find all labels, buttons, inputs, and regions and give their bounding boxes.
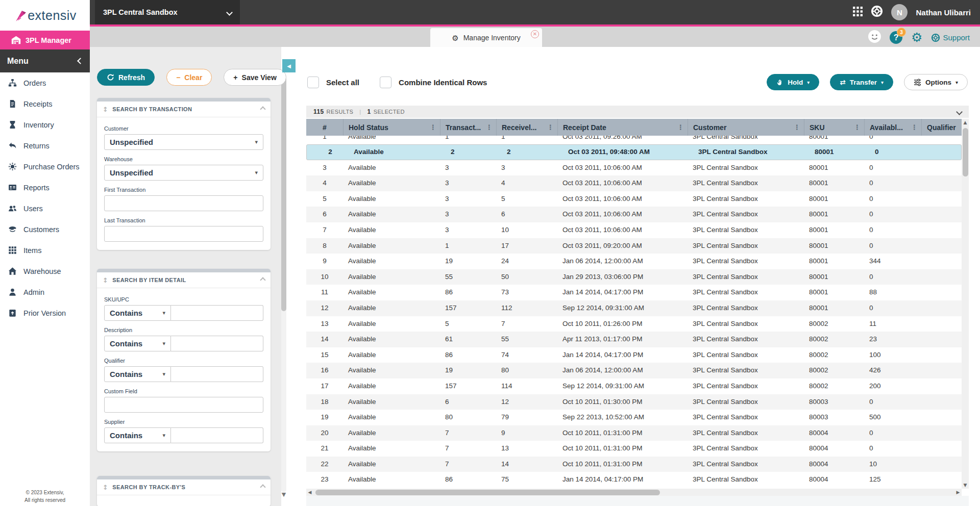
scroll-down-arrow[interactable]: ▼ [962,482,969,489]
support-link[interactable]: Support [931,33,970,42]
table-row[interactable]: 23Available8675Jan 14 2014, 04:17:00 PM3… [306,472,962,488]
horizontal-scrollbar-thumb[interactable] [315,490,660,495]
sidebar-item-receipts[interactable]: Receipts [0,93,90,114]
card-drag-cap[interactable] [97,98,271,102]
column-menu-icon[interactable]: ⋮ [486,123,493,131]
column-header-receipt-date[interactable]: Receipt Date⋮ [557,119,688,136]
column-menu-icon[interactable]: ⋮ [794,123,800,131]
table-row[interactable]: 4Available34Oct 03 2011, 10:06:00 AM3PL … [306,175,962,191]
table-row[interactable]: 22Available714Oct 10 2011, 01:31:00 PM3P… [306,457,962,472]
customer-select[interactable]: Unspecified▾ [104,134,263,150]
column-header-transact[interactable]: Transact...⋮ [440,119,496,136]
card-drag-cap[interactable] [97,269,271,272]
column-header-[interactable]: # [306,119,343,136]
table-row[interactable]: 2Available22Oct 03 2011, 09:48:00 AM3PL … [306,144,962,160]
table-row[interactable]: 14Available6155Apr 11 2013, 01:17:00 PM3… [306,332,962,347]
save-view-button[interactable]: + Save View [224,69,286,86]
support-label[interactable]: Support [943,33,970,42]
column-menu-icon[interactable]: ⋮ [547,123,554,131]
column-menu-icon[interactable]: ⋮ [430,123,436,131]
description-input[interactable] [171,336,263,351]
drag-handle-icon[interactable]: ↕ [103,106,108,113]
collapse-results-chevron-icon[interactable] [956,109,963,115]
column-header-qualifier[interactable]: Qualifier [921,119,962,136]
hold-button[interactable]: Hold▾ [767,74,819,90]
table-row[interactable]: 16Available1980Jan 06 2014, 12:00:00 AM3… [306,363,962,378]
sidebar-item-customers[interactable]: Customers [0,219,90,240]
section-header-transaction[interactable]: ↕ SEARCH BY TRANSACTION [97,102,271,117]
tenant-selector[interactable]: 3PL Central Sandbox [95,0,240,24]
column-header-sku[interactable]: SKU⋮ [804,119,864,136]
table-row[interactable]: 12Available157112Sep 12 2014, 09:31:00 A… [306,300,962,316]
scroll-up-arrow[interactable]: ▲ [962,119,969,126]
supplier-input[interactable] [171,427,263,443]
sidebar-item-reports[interactable]: Reports [0,177,90,198]
card-drag-cap[interactable] [97,476,271,479]
options-button[interactable]: Options▾ [904,74,968,90]
apps-grid-icon[interactable] [853,7,863,18]
help-button[interactable]: ? 3 [890,31,902,44]
sku-upc-match-select[interactable]: Contains▾ [104,305,171,321]
table-row[interactable]: 11Available8673Jan 14 2014, 04:17:00 PM3… [306,285,962,300]
chevron-up-icon[interactable] [260,484,265,490]
table-row[interactable]: 8Available117Oct 03 2011, 09:20:00 AM3PL… [306,238,962,254]
first-transaction-input[interactable] [104,195,263,211]
table-row[interactable]: 6Available36Oct 03 2011, 10:06:00 AM3PL … [306,207,962,222]
table-row[interactable]: 9Available1924Jan 06 2014, 12:00:00 AM3P… [306,254,962,269]
clear-button[interactable]: − Clear [166,69,212,86]
collapse-menu-icon[interactable] [77,58,84,64]
sidebar-item-users[interactable]: Users [0,198,90,219]
chevron-up-icon[interactable] [260,106,265,112]
scroll-right-arrow[interactable]: ▶ [954,489,962,496]
qualifier-match-select[interactable]: Contains▾ [104,366,171,382]
column-header-receivel[interactable]: Receivel...⋮ [496,119,557,136]
sku-upc-input[interactable] [171,305,263,321]
supplier-match-select[interactable]: Contains▾ [104,427,171,443]
table-row[interactable]: 5Available35Oct 03 2011, 10:06:00 AM3PL … [306,191,962,207]
column-header-hold-status[interactable]: Hold Status⋮ [343,119,440,136]
column-header-customer[interactable]: Customer⋮ [688,119,804,136]
table-row[interactable]: 18Available612Oct 10 2011, 01:30:00 PM3P… [306,394,962,410]
column-menu-icon[interactable]: ⋮ [677,123,684,131]
life-ring-icon[interactable] [871,5,883,19]
table-row[interactable]: 7Available310Oct 03 2011, 10:06:00 AM3PL… [306,222,962,238]
table-row[interactable]: 15Available8674Jan 14 2014, 04:17:00 PM3… [306,347,962,363]
table-row[interactable]: 3Available33Oct 03 2011, 10:06:00 AM3PL … [306,160,962,176]
combine-identical-rows-checkbox[interactable] [380,77,391,88]
tab-manage-inventory[interactable]: ⚙ Manage Inventory ✕ [430,28,542,47]
custom-field-input[interactable] [104,397,263,413]
select-all-checkbox[interactable] [307,77,319,88]
column-header-availabl[interactable]: Availabl...⋮ [864,119,921,136]
filter-scrollbar-thumb[interactable] [281,77,286,311]
description-match-select[interactable]: Contains▾ [104,336,171,351]
table-row[interactable]: 13Available57Oct 10 2011, 01:26:00 PM3PL… [306,316,962,332]
sidebar-item-orders[interactable]: Orders [0,72,90,93]
table-row[interactable]: 21Available713Oct 10 2011, 01:31:00 PM3P… [306,441,962,457]
collapse-filter-panel-button[interactable]: ◀ [282,59,296,72]
drag-handle-icon[interactable]: ↕ [103,484,108,491]
column-menu-icon[interactable]: ⋮ [911,123,918,131]
vertical-scrollbar[interactable]: ▲ ▼ [962,119,969,489]
sidebar-item-inventory[interactable]: Inventory [0,114,90,135]
qualifier-input[interactable] [171,366,263,382]
avatar[interactable]: N [891,4,908,20]
transfer-button[interactable]: ⇄ Transfer▾ [830,74,893,90]
refresh-button[interactable]: Refresh [97,69,155,86]
last-transaction-input[interactable] [104,226,263,242]
settings-gear-icon[interactable]: ⚙ [911,31,922,44]
sidebar-item-prior-version[interactable]: Prior Version [0,302,90,323]
sidebar-item-returns[interactable]: Returns [0,135,90,156]
close-icon[interactable]: ✕ [531,30,539,38]
sidebar-item-warehouse[interactable]: Warehouse [0,261,90,282]
table-row[interactable]: 1Available11Oct 03 2011, 09:26:00 AM3PL … [306,136,962,144]
horizontal-scrollbar[interactable]: ◀ ▶ [306,489,962,496]
table-row[interactable]: 20Available79Oct 10 2011, 01:31:00 PM3PL… [306,425,962,441]
warehouse-select[interactable]: Unspecified▾ [104,165,263,181]
drag-handle-icon[interactable]: ↕ [103,276,108,284]
sidebar-item-items[interactable]: Items [0,240,90,261]
sidebar-item-purchase-orders[interactable]: Purchase Orders [0,156,90,177]
table-row[interactable]: 17Available157114Sep 12 2014, 09:31:00 A… [306,378,962,394]
feedback-smiley-icon[interactable] [868,30,881,45]
vertical-scrollbar-thumb[interactable] [963,128,968,176]
section-header-track-bys[interactable]: ↕ SEARCH BY TRACK-BY'S [97,479,271,495]
